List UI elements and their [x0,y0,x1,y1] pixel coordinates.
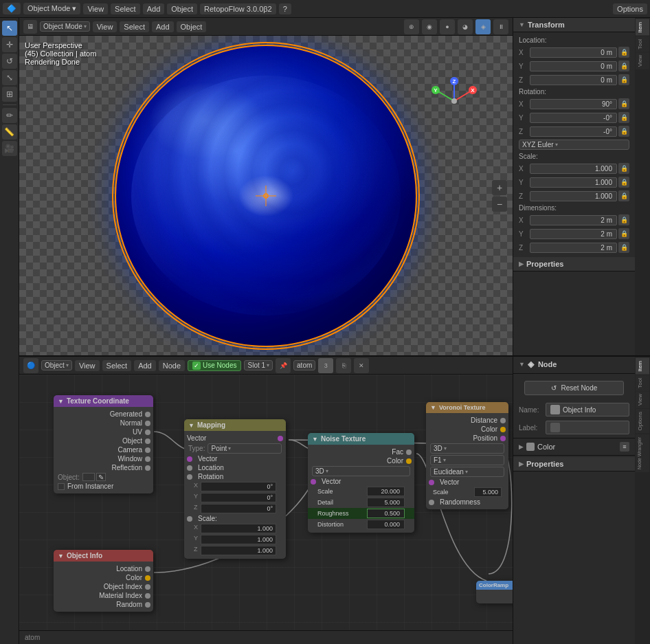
scale-y[interactable]: 1.000 [530,177,617,188]
retopoflow-menu[interactable]: RetopoFlow 3.0.0β2 [200,3,276,14]
transform-tool[interactable]: ⊞ [2,87,17,102]
tool-tab[interactable]: Tool [636,36,649,52]
blender-icon[interactable]: 🔷 [3,3,21,14]
dim-z[interactable]: 2 m [530,243,617,253]
node-editor-icon[interactable]: 🔵 [23,358,38,373]
reset-node-btn[interactable]: ↺ Reset Node [524,381,624,395]
vp-object-menu[interactable]: Object [177,21,207,32]
tc-eyedropper[interactable]: ✎ [96,473,106,481]
noise-texture-node[interactable]: ▼ Noise Texture Fac Color [308,433,414,533]
node-select-menu[interactable]: Select [102,360,132,371]
object-menu[interactable]: Object [167,3,197,14]
node-properties-header[interactable]: ▶ Properties [513,457,635,471]
voronoi-texture-node[interactable]: ▼ Voronoi Texture Distance Color Positio… [426,402,508,509]
lock-sy-btn[interactable]: 🔒 [618,177,629,188]
lock-x-btn[interactable]: 🔒 [618,47,629,58]
vp-mode-dropdown[interactable]: Object Mode ▾ [40,21,90,32]
colorramp-node[interactable]: ColorRamp [476,581,513,603]
transform-section-header[interactable]: ▼ Transform [513,18,635,32]
node-item-tab[interactable]: Item [636,358,649,375]
scene-dropdown[interactable]: atom [293,360,315,370]
node-type-dropdown[interactable]: Object ▾ [41,360,72,370]
view-menu[interactable]: View [83,3,108,14]
scale-x[interactable]: 1.000 [530,164,617,174]
node-view-tab[interactable]: View [636,391,649,408]
zoom-in-btn[interactable]: + [492,180,507,195]
viewport-shading-rendered[interactable]: ◈ [475,19,491,34]
lock-z-btn[interactable]: 🔒 [618,74,629,85]
object-info-node[interactable]: ▼ Object Info Location Color Object Inde… [54,550,153,612]
noise-dim-dropdown[interactable]: 3D ▾ [312,466,410,476]
node-tool-tab[interactable]: Tool [636,375,649,391]
lock-sz-btn[interactable]: 🔒 [618,190,629,201]
node-canvas[interactable]: ▼ Texture Coordinate Generated Normal UV… [19,375,513,630]
annotate-tool[interactable]: ✏ [2,108,17,123]
view-tab[interactable]: View [636,52,649,69]
node-options-tab[interactable]: Options [636,409,649,434]
vp-view-menu[interactable]: View [93,21,117,32]
location-y[interactable]: 0 m [530,61,617,71]
add-menu[interactable]: Add [143,3,165,14]
texture-coordinate-node[interactable]: ▼ Texture Coordinate Generated Normal UV… [54,395,153,493]
viewport-shading-solid[interactable]: ● [440,19,455,34]
cursor-tool[interactable]: ↖ [2,21,17,36]
zoom-out-btn[interactable]: − [492,197,507,212]
voronoi-f1-dropdown[interactable]: F1 ▾ [430,455,504,465]
voronoi-euclidean-dropdown[interactable]: Euclidean ▾ [430,467,504,477]
node-add-menu[interactable]: Add [134,360,156,371]
rotation-y[interactable]: -0° [530,113,617,123]
slot-dropdown[interactable]: Slot 1 ▾ [244,360,273,370]
lock-y-btn[interactable]: 🔒 [618,60,629,71]
viewport-shading-material[interactable]: ◕ [458,19,473,34]
vp-type-icon[interactable]: 🖥 [23,20,37,34]
color-swatch[interactable] [526,443,535,451]
rotation-x[interactable]: 90° [530,99,617,109]
3d-viewport[interactable]: User Perspective (45) Collection | atom … [19,36,513,355]
rotate-tool[interactable]: ↺ [2,54,17,69]
close-node-btn[interactable]: ✕ [354,358,369,373]
item-tab[interactable]: Item [636,19,649,36]
tc-instancer-checkbox[interactable] [58,483,65,490]
voronoi-scale-value[interactable]: 5.000 [474,487,502,497]
lock-dz-btn[interactable]: 🔒 [618,242,629,253]
viewport-gizmo-toggle[interactable]: ⊕ [404,19,419,34]
rotation-mode-dropdown[interactable]: XYZ Euler ▾ [519,140,629,150]
move-tool[interactable]: ✛ [2,37,17,52]
noise-detail-value[interactable]: 5.000 [367,498,405,507]
properties-section-header[interactable]: ▶ Properties [513,257,635,271]
location-x[interactable]: 0 m [530,47,617,58]
vp-add-menu[interactable]: Add [152,21,174,32]
scale-tool[interactable]: ⤡ [2,70,17,85]
dim-x[interactable]: 2 m [530,215,617,225]
camera-tool[interactable]: 🎥 [2,141,17,156]
help-btn[interactable]: ? [279,3,291,14]
node-label-value[interactable] [546,421,629,434]
pin-btn[interactable]: 📌 [276,358,291,373]
rotation-z[interactable]: -0° [530,126,617,137]
mode-selector[interactable]: Object Mode ▾ [23,3,80,14]
copy-node-btn[interactable]: ⎘ [336,358,351,373]
viewport-gizmo[interactable]: Z X Y [430,77,478,125]
lock-dx-btn[interactable]: 🔒 [618,214,629,225]
node-name-value[interactable]: Object Info [546,403,629,417]
lock-ry-btn[interactable]: 🔒 [618,112,629,123]
noise-distortion-value[interactable]: 0.000 [367,520,405,529]
scale-z[interactable]: 1.000 [530,191,617,201]
node-wrangler-tab[interactable]: Node Wrangler [636,434,649,472]
viewport-pause-btn[interactable]: ⏸ [493,19,508,34]
location-z[interactable]: 0 m [530,75,617,85]
options-menu[interactable]: Options [613,3,647,14]
node-view-menu[interactable]: View [75,360,100,371]
vp-select-menu[interactable]: Select [120,21,149,32]
voronoi-dim-dropdown[interactable]: 3D ▾ [430,443,504,454]
lock-dy-btn[interactable]: 🔒 [618,228,629,239]
use-nodes-toggle[interactable]: ✓ Use Nodes [188,360,241,371]
tc-object-picker[interactable] [82,473,95,481]
noise-roughness-value[interactable]: 0.500 [367,509,405,518]
color-list-btn[interactable]: ≡ [620,442,629,452]
dim-y[interactable]: 2 m [530,229,617,239]
mapping-type-dropdown[interactable]: Point ▾ [208,443,282,454]
viewport-overlay-toggle[interactable]: ◉ [422,19,437,34]
measure-tool[interactable]: 📏 [2,124,17,140]
select-menu[interactable]: Select [111,3,140,14]
